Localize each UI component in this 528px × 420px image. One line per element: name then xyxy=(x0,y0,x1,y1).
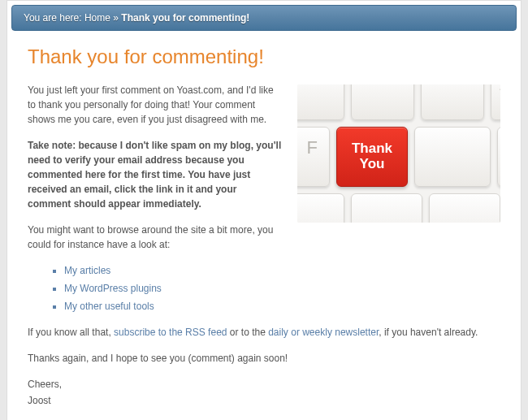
page-title: Thank you for commenting! xyxy=(28,45,500,68)
thanks-again-paragraph: Thanks again, and I hope to see you (com… xyxy=(28,351,500,366)
subscribe-paragraph: If you know all that, subscribe to the R… xyxy=(28,325,500,340)
breadcrumb-prefix: You are here: xyxy=(24,12,84,24)
keyboard-key-f: F xyxy=(297,127,330,187)
thank-you-key: Thank You xyxy=(336,127,408,187)
tools-link[interactable]: My other useful tools xyxy=(64,301,154,312)
browse-paragraph: You might want to browse around the site… xyxy=(28,223,500,252)
thank-you-keyboard-image: Z F Thank You H xyxy=(297,84,500,223)
breadcrumb: You are here: Home » Thank you for comme… xyxy=(11,5,517,31)
subscribe-post: , if you haven't already. xyxy=(379,327,478,338)
cheers-text: Cheers, xyxy=(28,377,500,392)
subscribe-pre: If you know all that, xyxy=(28,327,114,338)
list-item: My WordPress plugins xyxy=(64,281,500,296)
rss-link[interactable]: subscribe to the RSS feed xyxy=(114,327,227,338)
signature-text: Joost xyxy=(28,393,500,408)
list-item: My other useful tools xyxy=(64,299,500,314)
thank-text: Thank xyxy=(352,141,392,157)
plugins-link[interactable]: My WordPress plugins xyxy=(64,283,162,294)
newsletter-link[interactable]: daily or weekly newsletter xyxy=(268,327,379,338)
suggested-links-list: My articles My WordPress plugins My othe… xyxy=(64,263,500,314)
articles-link[interactable]: My articles xyxy=(64,265,110,276)
breadcrumb-current: Thank you for commenting! xyxy=(121,12,249,24)
list-item: My articles xyxy=(64,263,500,278)
breadcrumb-separator: » xyxy=(110,12,121,24)
keyboard-key-h: H xyxy=(497,127,500,187)
subscribe-mid: or to the xyxy=(227,327,268,338)
breadcrumb-home-link[interactable]: Home xyxy=(84,12,110,24)
you-text: You xyxy=(360,157,385,172)
keyboard-key-z: Z xyxy=(491,84,500,120)
